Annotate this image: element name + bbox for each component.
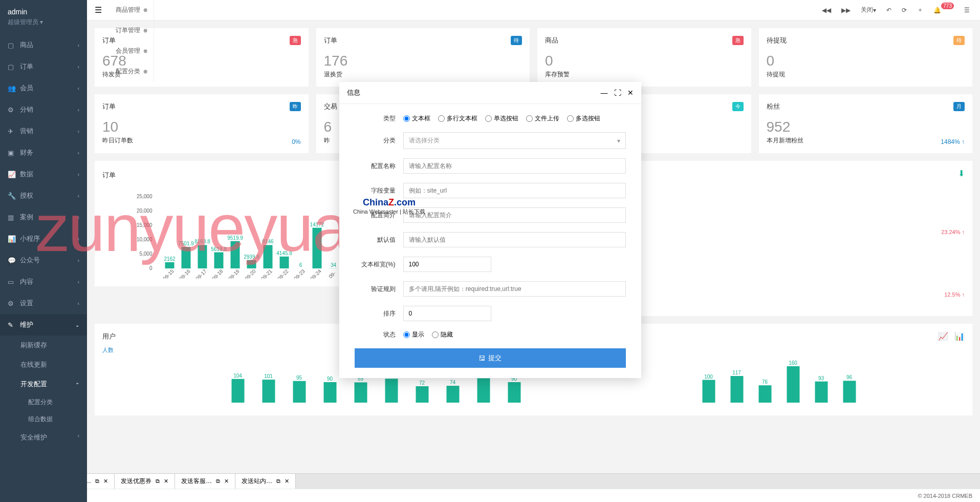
submit-button[interactable]: 🖫 提交: [355, 348, 626, 368]
rule-label: 验证规则: [355, 285, 396, 294]
rule-input[interactable]: [403, 281, 626, 297]
field-input[interactable]: [403, 183, 626, 198]
name-input[interactable]: [403, 158, 626, 174]
info-modal: 信息 — ⛶ ✕ 类型 文本框 多行文本框 单选按钮 文件上传 多选按钮 分类 …: [339, 82, 641, 378]
category-select[interactable]: 请选择分类▾: [403, 132, 626, 149]
type-radio-3[interactable]: 文件上传: [526, 114, 559, 123]
sort-label: 排序: [355, 309, 396, 318]
maximize-icon[interactable]: ⛶: [614, 89, 621, 97]
name-label: 配置名称: [355, 162, 396, 171]
default-label: 默认值: [355, 236, 396, 244]
modal-title: 信息: [347, 88, 360, 97]
sort-input[interactable]: [403, 306, 491, 321]
modal-overlay: 信息 — ⛶ ✕ 类型 文本框 多行文本框 单选按钮 文件上传 多选按钮 分类 …: [0, 0, 980, 502]
type-label: 类型: [355, 114, 396, 123]
category-label: 分类: [355, 136, 396, 145]
type-radio-2[interactable]: 单选按钮: [485, 114, 518, 123]
status-show-radio[interactable]: 显示: [403, 330, 424, 339]
type-radio-0[interactable]: 文本框: [403, 114, 430, 123]
width-input[interactable]: [403, 257, 491, 272]
desc-label: 配置简介: [355, 211, 396, 220]
field-label: 字段变量: [355, 186, 396, 195]
desc-input[interactable]: [403, 207, 626, 223]
width-label: 文本框宽(%): [355, 260, 396, 269]
minimize-icon[interactable]: —: [601, 89, 608, 97]
save-icon: 🖫: [478, 354, 485, 362]
chevron-down-icon: ▾: [617, 137, 620, 144]
status-label: 状态: [355, 330, 396, 339]
close-icon[interactable]: ✕: [627, 89, 634, 97]
type-radio-4[interactable]: 多选按钮: [567, 114, 600, 123]
default-input[interactable]: [403, 232, 626, 247]
status-hide-radio[interactable]: 隐藏: [432, 330, 453, 339]
type-radio-1[interactable]: 多行文本框: [438, 114, 477, 123]
